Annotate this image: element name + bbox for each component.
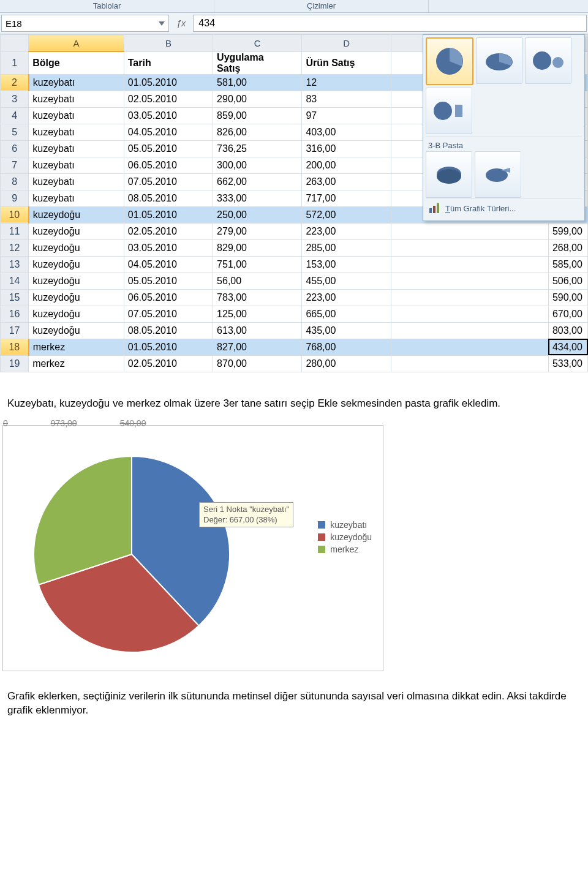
cell[interactable]: 859,00 [213, 107, 302, 124]
cell[interactable]: kuzeydoğu [29, 223, 124, 239]
row-header[interactable]: 11 [1, 223, 29, 239]
cell[interactable]: 285,00 [302, 239, 391, 256]
select-all-corner[interactable] [1, 35, 29, 52]
cell[interactable]: 12 [302, 74, 391, 91]
chevron-down-icon[interactable] [159, 21, 165, 26]
cell[interactable]: Bölge [29, 51, 124, 74]
cell[interactable]: kuzeydoğu [29, 239, 124, 256]
cell[interactable] [391, 322, 548, 339]
cell[interactable] [391, 306, 548, 322]
cell[interactable]: 07.05.2010 [124, 173, 213, 190]
cell[interactable]: 02.05.2010 [124, 91, 213, 107]
cell[interactable]: 403,00 [302, 124, 391, 140]
cell[interactable]: 751,00 [213, 256, 302, 273]
cell[interactable]: Ürün Satış [302, 51, 391, 74]
pie-plot-area[interactable] [28, 450, 236, 658]
cell[interactable]: kuzeydoğu [29, 273, 124, 289]
pie-2d-button[interactable] [426, 37, 473, 85]
cell[interactable]: 03.05.2010 [124, 107, 213, 124]
cell[interactable]: 829,00 [213, 239, 302, 256]
col-header-c[interactable]: C [213, 35, 302, 52]
cell[interactable]: 263,00 [302, 173, 391, 190]
cell[interactable]: kuzeydoğu [29, 322, 124, 339]
fx-icon[interactable]: ƒx [170, 13, 192, 34]
cell[interactable] [391, 289, 548, 306]
cell[interactable]: 665,00 [302, 306, 391, 322]
cell[interactable]: 05.05.2010 [124, 140, 213, 157]
cell[interactable]: 333,00 [213, 190, 302, 206]
row-header[interactable]: 9 [1, 190, 29, 206]
bar-of-pie-button[interactable] [426, 88, 472, 134]
row-header[interactable]: 12 [1, 239, 29, 256]
row-header[interactable]: 3 [1, 91, 29, 107]
row-header[interactable]: 18 [1, 339, 29, 355]
cell[interactable]: 435,00 [302, 322, 391, 339]
cell[interactable]: 717,00 [302, 190, 391, 206]
cell[interactable]: 803,00 [548, 322, 587, 339]
cell[interactable]: kuzeydoğu [29, 306, 124, 322]
pie-3d-exploded-button[interactable] [475, 151, 521, 198]
cell[interactable]: 83 [302, 91, 391, 107]
cell[interactable]: 280,00 [302, 355, 391, 372]
cell[interactable]: 870,00 [213, 355, 302, 372]
row-header[interactable]: 1 [1, 51, 29, 74]
cell[interactable]: 01.05.2010 [124, 339, 213, 355]
row-header[interactable]: 14 [1, 273, 29, 289]
cell[interactable]: 223,00 [302, 289, 391, 306]
cell[interactable]: kuzeybatı [29, 157, 124, 173]
cell[interactable]: 599,00 [548, 223, 587, 239]
cell[interactable] [391, 355, 548, 372]
cell[interactable]: 250,00 [213, 206, 302, 223]
cell[interactable]: 827,00 [213, 339, 302, 355]
name-box[interactable]: E18 [1, 15, 169, 32]
cell[interactable]: 223,00 [302, 223, 391, 239]
cell[interactable]: 783,00 [213, 289, 302, 306]
cell[interactable]: 585,00 [548, 256, 587, 273]
col-header-a[interactable]: A [29, 35, 124, 52]
row-header[interactable]: 15 [1, 289, 29, 306]
cell[interactable]: 01.05.2010 [124, 74, 213, 91]
cell[interactable]: kuzeybatı [29, 190, 124, 206]
cell[interactable]: 08.05.2010 [124, 322, 213, 339]
cell[interactable]: 662,00 [213, 173, 302, 190]
cell[interactable]: Tarih [124, 51, 213, 74]
cell[interactable]: 279,00 [213, 223, 302, 239]
row-header[interactable]: 2 [1, 74, 29, 91]
all-chart-types-button[interactable]: Tüm Grafik Türleri... [426, 198, 582, 218]
cell[interactable]: 613,00 [213, 322, 302, 339]
cell[interactable]: 02.05.2010 [124, 355, 213, 372]
row-header[interactable]: 5 [1, 124, 29, 140]
cell[interactable]: 200,00 [302, 157, 391, 173]
pie-3d-solid-button[interactable] [426, 151, 472, 198]
cell[interactable]: 768,00 [302, 339, 391, 355]
cell[interactable] [391, 239, 548, 256]
row-header[interactable]: 19 [1, 355, 29, 372]
cell[interactable] [391, 273, 548, 289]
cell[interactable]: 05.05.2010 [124, 273, 213, 289]
row-header[interactable]: 10 [1, 206, 29, 223]
cell[interactable] [391, 256, 548, 273]
cell[interactable]: 04.05.2010 [124, 256, 213, 273]
cell[interactable]: kuzeydoğu [29, 289, 124, 306]
pie-3d-button[interactable] [476, 37, 522, 84]
cell[interactable]: 56,00 [213, 273, 302, 289]
row-header[interactable]: 17 [1, 322, 29, 339]
cell[interactable]: 01.05.2010 [124, 206, 213, 223]
cell[interactable]: 736,25 [213, 140, 302, 157]
cell[interactable]: 03.05.2010 [124, 239, 213, 256]
cell[interactable]: 533,00 [548, 355, 587, 372]
cell[interactable]: kuzeybatı [29, 107, 124, 124]
cell[interactable]: 434,00 [548, 339, 587, 355]
cell[interactable]: 153,00 [302, 256, 391, 273]
cell[interactable]: 268,00 [548, 239, 587, 256]
row-header[interactable]: 16 [1, 306, 29, 322]
cell[interactable]: kuzeybatı [29, 74, 124, 91]
cell[interactable]: merkez [29, 355, 124, 372]
cell[interactable]: kuzeybatı [29, 91, 124, 107]
row-header[interactable]: 8 [1, 173, 29, 190]
row-header[interactable]: 13 [1, 256, 29, 273]
cell[interactable]: 300,00 [213, 157, 302, 173]
cell[interactable]: kuzeybatı [29, 140, 124, 157]
cell[interactable]: kuzeybatı [29, 124, 124, 140]
row-header[interactable]: 4 [1, 107, 29, 124]
